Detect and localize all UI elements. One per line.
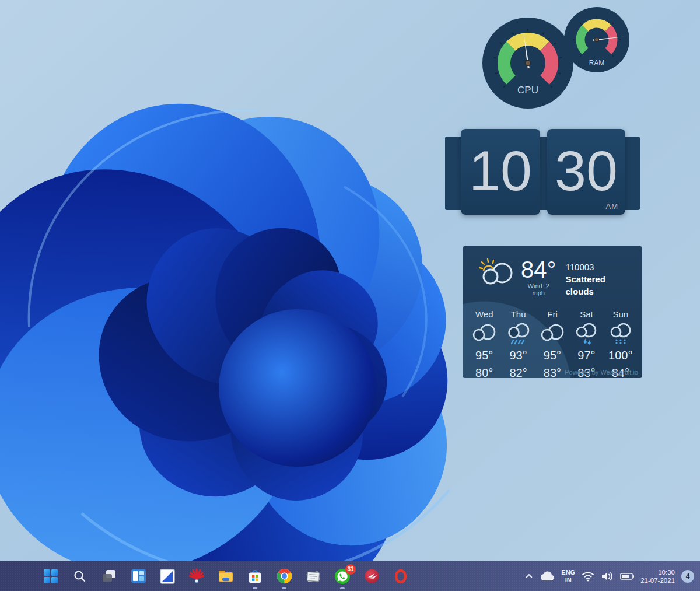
windows-start-icon	[43, 569, 58, 584]
notification-count-badge[interactable]: 4	[681, 570, 694, 583]
weather-widget[interactable]: 84° Wind: 2 mph 110003 Scattered clouds …	[463, 246, 642, 378]
clock-hour: 10	[469, 139, 532, 202]
clock-meridiem: AM	[606, 202, 619, 210]
cloud-icon	[540, 571, 555, 582]
desktop[interactable]: CPU	[0, 0, 700, 591]
weather-attribution: Powered by Weatherbit.io	[565, 369, 638, 376]
onedrive-tray-icon[interactable]	[540, 571, 555, 582]
flip-clock-hour-tile[interactable]: 10	[461, 129, 540, 215]
whatsapp-button[interactable]: 31	[334, 568, 351, 585]
papers-app-button[interactable]	[305, 568, 321, 585]
chrome-button[interactable]	[276, 568, 292, 585]
opera-icon	[393, 568, 409, 585]
forecast-day: Wed 95° 80°	[467, 309, 501, 380]
taskbar-pinned-apps: 31	[43, 561, 409, 591]
battery-icon	[620, 572, 634, 580]
taskbar: 31	[0, 561, 700, 591]
start-button[interactable]	[43, 568, 59, 585]
opera-button[interactable]	[393, 568, 409, 585]
weather-condition: Scattered clouds	[566, 273, 635, 298]
huawei-app-button[interactable]	[188, 568, 205, 585]
cpu-gauge-label: CPU	[517, 85, 538, 96]
hidden-icons-chevron[interactable]	[525, 573, 533, 580]
forecast-day: Thu 93° 82°	[501, 309, 535, 380]
current-temp: 84°	[521, 258, 556, 281]
wifi-tray-icon[interactable]	[582, 571, 594, 582]
red-wings-icon	[364, 568, 380, 584]
tray-time: 10:30	[640, 568, 675, 576]
current-wind: Wind: 2 mph	[521, 282, 556, 296]
huawei-icon	[188, 568, 205, 585]
location-code: 110003	[566, 261, 635, 273]
file-explorer-icon	[218, 568, 234, 584]
microsoft-store-icon	[247, 568, 262, 584]
language-indicator[interactable]: ENG IN	[561, 569, 575, 584]
system-tray: ENG IN	[525, 561, 694, 591]
microsoft-store-button[interactable]	[247, 568, 263, 585]
light-rain-icon	[607, 322, 634, 345]
clouds-icon	[471, 322, 498, 345]
search-button[interactable]	[72, 568, 88, 585]
diagonal-triangle-app-icon	[160, 569, 175, 584]
language-code: ENG	[561, 569, 575, 576]
widgets-button[interactable]	[130, 568, 146, 585]
file-explorer-button[interactable]	[218, 568, 234, 585]
task-view-button[interactable]	[101, 568, 117, 585]
diagonal-app-button[interactable]	[159, 568, 176, 585]
notification-count: 4	[686, 572, 690, 580]
clock-minute: 30	[555, 139, 618, 202]
tray-date: 21-07-2021	[640, 576, 675, 585]
heavy-rain-icon	[505, 322, 532, 345]
volume-tray-icon[interactable]	[601, 571, 614, 582]
task-view-icon	[102, 569, 117, 584]
rain-drops-icon	[573, 322, 600, 345]
battery-tray-icon[interactable]	[620, 572, 634, 580]
clouds-icon	[539, 322, 566, 345]
sun-clouds-icon	[478, 258, 514, 286]
search-icon	[73, 569, 87, 583]
speaker-icon	[601, 571, 614, 582]
ram-gauge-widget[interactable]: RAM	[562, 5, 632, 75]
flip-clock-minute-tile[interactable]: 30 AM	[547, 129, 625, 215]
region-code: IN	[561, 576, 575, 584]
wifi-icon	[582, 571, 594, 582]
tray-clock[interactable]: 10:30 21-07-2021	[640, 568, 675, 585]
chevron-up-icon	[525, 573, 533, 580]
ram-gauge-label: RAM	[589, 59, 605, 67]
red-wings-app-button[interactable]	[363, 568, 380, 585]
chrome-icon	[276, 568, 292, 584]
whatsapp-unread-badge: 31	[345, 564, 356, 575]
stacked-papers-icon	[305, 568, 321, 585]
widgets-icon	[131, 569, 146, 583]
